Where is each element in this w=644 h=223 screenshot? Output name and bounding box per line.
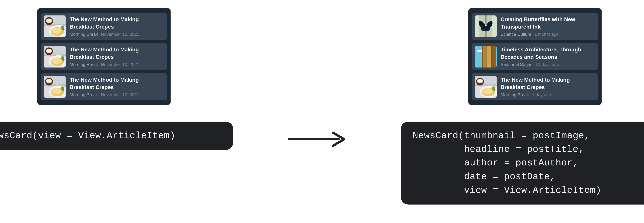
meta: Morning Break November 10, 2021 <box>70 32 163 37</box>
after-panel: Creating Butterflies with New Transparen… <box>468 9 602 105</box>
author: Morning Break <box>70 62 98 67</box>
meta: Morning Break 1 day ago <box>500 92 594 97</box>
meta: Morning Break November 10, 2021 <box>70 92 163 97</box>
arrow-icon <box>287 130 347 148</box>
before-panel: The New Method to Making Breakfast Crepe… <box>38 9 170 105</box>
before-code: NewsCard(view = View.ArticleItem) <box>0 122 233 150</box>
card-text: Creating Butterflies with New Transparen… <box>500 16 594 37</box>
thumbnail-crepes <box>475 76 496 98</box>
card-text: The New Method to Making Breakfast Crepe… <box>70 46 163 68</box>
after-code: NewsCard(thumbnail = postImage, headline… <box>401 122 644 204</box>
author: Science Culture <box>500 32 532 37</box>
card-text: The New Method to Making Breakfast Crepe… <box>70 76 163 98</box>
thumbnail-butterfly <box>475 16 496 37</box>
card-text: Timeless Architecture, Through Decades a… <box>500 46 594 68</box>
date: 1 day ago <box>532 92 551 97</box>
list-item: The New Method to Making Breakfast Crepe… <box>472 73 598 100</box>
thumbnail-architecture <box>475 46 496 68</box>
card-text: The New Method to Making Breakfast Crepe… <box>70 16 163 37</box>
after-column: Creating Butterflies with New Transparen… <box>401 9 644 204</box>
headline: Creating Butterflies with New Transparen… <box>500 16 594 30</box>
thumbnail-crepes <box>44 16 66 37</box>
list-item: The New Method to Making Breakfast Crepe… <box>41 13 167 40</box>
meta: Science Culture 1 month ago <box>500 32 594 37</box>
thumbnail-crepes <box>44 76 66 98</box>
before-column: The New Method to Making Breakfast Crepe… <box>0 9 233 150</box>
headline: The New Method to Making Breakfast Crepe… <box>70 76 163 91</box>
date: November 10, 2021 <box>101 92 139 97</box>
headline: The New Method to Making Breakfast Crepe… <box>500 76 594 91</box>
list-item: The New Method to Making Breakfast Crepe… <box>41 73 167 100</box>
date: 1 month ago <box>534 32 559 37</box>
date: 10 days ago <box>535 62 559 67</box>
author: Seasonal Sagas <box>500 62 532 67</box>
meta: Seasonal Sagas 10 days ago <box>500 62 594 67</box>
headline: The New Method to Making Breakfast Crepe… <box>70 46 163 61</box>
headline: Timeless Architecture, Through Decades a… <box>500 46 594 61</box>
author: Morning Break <box>70 32 98 37</box>
list-item: The New Method to Making Breakfast Crepe… <box>41 43 167 70</box>
list-item: Creating Butterflies with New Transparen… <box>472 13 598 40</box>
list-item: Timeless Architecture, Through Decades a… <box>472 43 598 70</box>
card-text: The New Method to Making Breakfast Crepe… <box>500 76 594 98</box>
thumbnail-crepes <box>44 46 66 68</box>
date: November 10, 2021 <box>101 62 139 67</box>
author: Morning Break <box>500 92 529 97</box>
date: November 10, 2021 <box>101 32 139 37</box>
author: Morning Break <box>70 92 98 97</box>
headline: The New Method to Making Breakfast Crepe… <box>70 16 163 30</box>
meta: Morning Break November 10, 2021 <box>70 62 163 67</box>
